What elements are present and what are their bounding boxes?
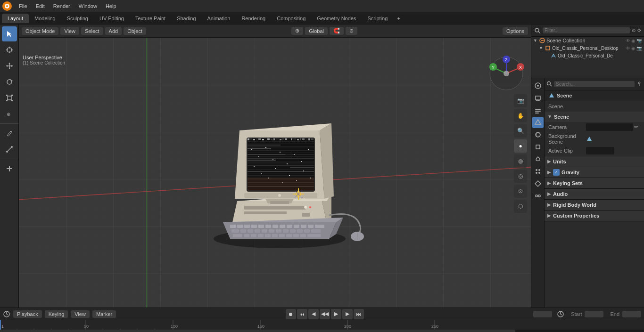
tab-scripting[interactable]: Scripting	[362, 14, 393, 23]
tool-annotate[interactable]	[2, 126, 17, 141]
outliner-item-mesh[interactable]: ▶ Old_Classic_Personal_De	[531, 52, 644, 59]
keying-btn[interactable]: Keying	[45, 310, 68, 318]
menu-render[interactable]: Render	[50, 2, 74, 10]
prop-tab-object[interactable]	[532, 141, 544, 153]
prop-tab-world[interactable]	[532, 129, 544, 140]
end-frame-input[interactable]: 250	[622, 311, 641, 317]
next-frame-btn[interactable]: ▶	[342, 309, 353, 319]
audio-section-header[interactable]: ▶ Audio	[545, 189, 644, 199]
item-visibility-btn[interactable]: 👁	[626, 46, 630, 51]
jump-end-btn[interactable]: ⏭	[354, 309, 364, 319]
properties-search-input[interactable]	[554, 81, 635, 87]
tool-move[interactable]	[2, 58, 17, 73]
timeline-scrollbar[interactable]	[0, 330, 644, 332]
view-btn[interactable]: View	[71, 310, 90, 318]
pan-view-btn[interactable]: ✋	[514, 109, 527, 122]
prop-tab-render[interactable]	[532, 80, 544, 91]
tool-select[interactable]	[2, 26, 17, 41]
tool-add-object[interactable]	[2, 161, 17, 176]
menu-edit[interactable]: Edit	[32, 2, 49, 10]
prop-tab-constraints[interactable]	[532, 190, 544, 202]
prev-frame-btn[interactable]: ◀	[308, 309, 319, 319]
menu-help[interactable]: Help	[102, 2, 120, 10]
overlay-toggle[interactable]: ⊙	[514, 185, 527, 198]
play-btn[interactable]: ▶	[331, 309, 341, 319]
rigid-body-section-header[interactable]: ▶ Rigid Body World	[545, 200, 644, 210]
marker-btn[interactable]: Marker	[92, 310, 116, 318]
record-btn[interactable]: ⏺	[286, 309, 296, 319]
mode-selector[interactable]: Object Mode	[22, 27, 58, 35]
prop-tab-viewlayer[interactable]	[532, 105, 544, 116]
tool-rotate[interactable]	[2, 74, 17, 89]
gravity-section-header[interactable]: ▶ ✓ Gravity	[545, 167, 644, 178]
viewport-canvas[interactable]: User Perspective (1) Scene Collection X …	[19, 38, 531, 308]
svg-rect-122	[287, 163, 288, 164]
tool-cursor[interactable]	[2, 42, 17, 57]
prop-tab-particles[interactable]	[532, 166, 544, 177]
options-button[interactable]: Options	[503, 27, 528, 35]
current-frame-input[interactable]: 1	[533, 311, 552, 317]
viewport-select-menu[interactable]: Select	[81, 27, 103, 35]
units-section-title: Units	[553, 159, 566, 164]
camera-view-btn[interactable]: 📷	[514, 94, 527, 107]
tab-compositing[interactable]: Compositing	[271, 14, 311, 23]
prop-tab-output[interactable]	[532, 92, 544, 104]
snap-toggle[interactable]: 🧲	[330, 27, 344, 35]
pivot-point-selector[interactable]: ⊕	[291, 27, 303, 35]
transform-orientation[interactable]: Global	[305, 27, 328, 35]
keying-sets-section-header[interactable]: ▶ Keying Sets	[545, 178, 644, 188]
jump-start-btn[interactable]: ⏮	[297, 309, 307, 319]
proportional-edit[interactable]: ⊙	[346, 27, 357, 35]
viewport-object-menu[interactable]: Object	[124, 27, 146, 35]
tab-modeling[interactable]: Modeling	[29, 14, 61, 23]
tab-layout[interactable]: Layout	[2, 14, 29, 23]
xray-toggle[interactable]: ⬡	[514, 200, 527, 213]
gravity-checkbox[interactable]: ✓	[553, 169, 560, 176]
svg-text:250: 250	[431, 324, 438, 329]
tab-animation[interactable]: Animation	[202, 14, 236, 23]
svg-rect-86	[248, 143, 314, 144]
play-reverse-btn[interactable]: ◀◀	[320, 309, 330, 319]
navigation-gizmo[interactable]: X Y Z	[487, 55, 525, 92]
item-viewport-btn[interactable]: ◉	[631, 46, 636, 51]
timeline-scroll-thumb[interactable]	[0, 330, 515, 332]
prop-tab-scene[interactable]	[532, 117, 544, 128]
outliner-sync-btn[interactable]: ⟳	[637, 28, 641, 33]
start-frame-input[interactable]: 1	[585, 311, 603, 317]
outliner-item-scene-collection[interactable]: ▼ Scene Collection 👁 ◉ 📷	[531, 37, 644, 44]
item-render-btn[interactable]: 📷	[636, 46, 642, 51]
scene-section-header[interactable]: ▼ Scene	[545, 112, 644, 122]
custom-properties-section-header[interactable]: ▶ Custom Properties	[545, 211, 644, 221]
tab-geometry-nodes[interactable]: Geometry Nodes	[311, 14, 362, 23]
outliner-visibility-btn[interactable]: 👁	[626, 38, 630, 43]
add-workspace-button[interactable]: +	[393, 14, 404, 23]
zoom-view-btn[interactable]: 🔍	[514, 124, 527, 138]
viewport-add-menu[interactable]: Add	[105, 27, 122, 35]
prop-tab-physics[interactable]	[532, 178, 544, 189]
timeline-track[interactable]: 1 50 100 150 200 250	[0, 320, 644, 332]
tool-scale[interactable]	[2, 90, 17, 105]
outliner-render-btn[interactable]: 📷	[636, 38, 642, 43]
tool-transform[interactable]: ⊕	[2, 106, 17, 121]
tab-rendering[interactable]: Rendering	[236, 14, 271, 23]
tab-texture-paint[interactable]: Texture Paint	[130, 14, 171, 23]
outliner-search-input[interactable]	[543, 27, 630, 33]
viewport-shading-solid[interactable]: ●	[514, 139, 527, 153]
outliner-item-old-classic[interactable]: ▼ Old_Classic_Personal_Desktop 👁 ◉ 📷	[531, 44, 644, 52]
tool-measure[interactable]	[2, 142, 17, 157]
prop-tab-modifiers[interactable]	[532, 154, 544, 165]
viewport-shading-rendered[interactable]: ◎	[514, 170, 527, 183]
units-section-header[interactable]: ▶ Units	[545, 156, 644, 167]
menu-file[interactable]: File	[15, 2, 31, 10]
tab-uv-editing[interactable]: UV Editing	[94, 14, 130, 23]
viewport-area[interactable]: Object Mode View Select Add Object ⊕ Glo…	[19, 24, 531, 308]
tab-sculpting[interactable]: Sculpting	[61, 14, 94, 23]
outliner-filter-btn[interactable]: ⊙	[632, 28, 636, 33]
camera-edit-btn[interactable]: ✏	[634, 124, 638, 130]
playback-btn[interactable]: Playback	[13, 310, 42, 318]
menu-window[interactable]: Window	[75, 2, 101, 10]
outliner-viewport-btn[interactable]: ◉	[631, 38, 636, 43]
viewport-shading-material[interactable]: ◍	[514, 154, 527, 168]
viewport-view-menu[interactable]: View	[60, 27, 79, 35]
tab-shading[interactable]: Shading	[171, 14, 201, 23]
